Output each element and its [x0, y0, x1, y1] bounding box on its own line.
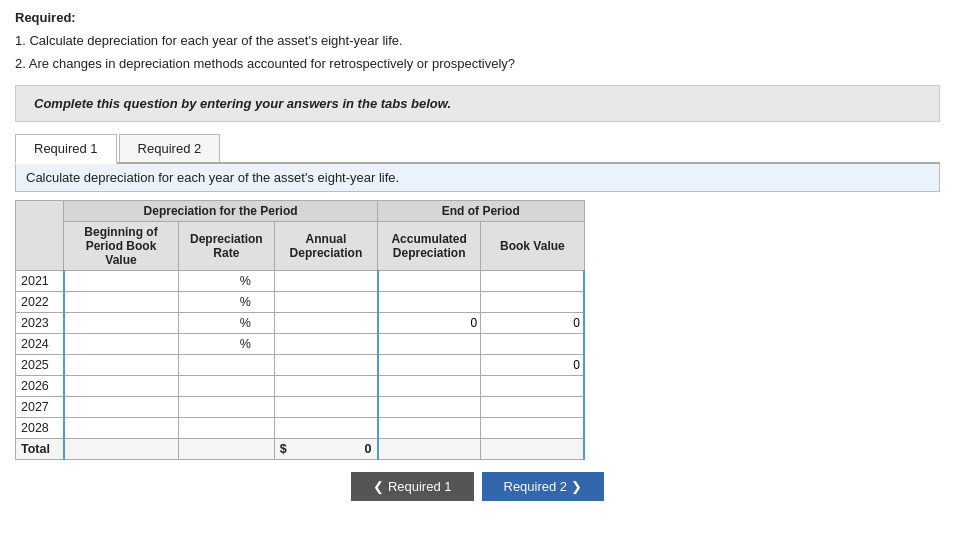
- acc-dep-cell[interactable]: [378, 291, 481, 312]
- year-cell: 2022: [16, 291, 64, 312]
- table-row: 2023%: [16, 312, 585, 333]
- acc-dep-header: AccumulatedDepreciation: [378, 221, 481, 270]
- book-val-cell[interactable]: [481, 396, 584, 417]
- dep-rate-cell[interactable]: %: [178, 312, 274, 333]
- tabs-container: Required 1 Required 2: [15, 134, 940, 164]
- table-row: 2025: [16, 354, 585, 375]
- table-row: 2026: [16, 375, 585, 396]
- book-val-cell[interactable]: [481, 270, 584, 291]
- dep-rate-cell[interactable]: [178, 396, 274, 417]
- ann-dep-cell[interactable]: [274, 375, 377, 396]
- required-items: 1. Calculate depreciation for each year …: [15, 31, 940, 75]
- year-cell: 2021: [16, 270, 64, 291]
- year-cell: 2023: [16, 312, 64, 333]
- end-of-period-header: End of Period: [378, 200, 584, 221]
- acc-dep-cell[interactable]: [378, 375, 481, 396]
- item1: 1. Calculate depreciation for each year …: [15, 31, 940, 52]
- acc-dep-cell[interactable]: [378, 270, 481, 291]
- ann-dep-cell[interactable]: [274, 354, 377, 375]
- tab-content-desc: Calculate depreciation for each year of …: [15, 164, 940, 192]
- table-row: 2024%: [16, 333, 585, 354]
- table-row: 2027: [16, 396, 585, 417]
- book-val-cell[interactable]: [481, 312, 584, 333]
- dep-rate-header: DepreciationRate: [178, 221, 274, 270]
- ann-dep-cell[interactable]: [274, 312, 377, 333]
- ann-dep-cell[interactable]: [274, 291, 377, 312]
- beg-val-cell[interactable]: [64, 312, 179, 333]
- table-row: 2022%: [16, 291, 585, 312]
- acc-dep-cell[interactable]: [378, 312, 481, 333]
- ann-dep-header: AnnualDepreciation: [274, 221, 377, 270]
- beg-val-cell[interactable]: [64, 270, 179, 291]
- beg-val-cell[interactable]: [64, 417, 179, 438]
- ann-dep-cell[interactable]: [274, 417, 377, 438]
- acc-dep-cell[interactable]: [378, 396, 481, 417]
- dep-rate-cell[interactable]: [178, 417, 274, 438]
- beg-val-cell[interactable]: [64, 354, 179, 375]
- depreciation-table: Depreciation for the Period End of Perio…: [15, 200, 585, 460]
- total-row: Total$0: [16, 438, 585, 459]
- beg-val-cell[interactable]: [64, 375, 179, 396]
- dep-rate-cell[interactable]: [178, 354, 274, 375]
- table-row: 2028: [16, 417, 585, 438]
- year-cell: 2027: [16, 396, 64, 417]
- dep-rate-cell[interactable]: %: [178, 333, 274, 354]
- bottom-bar: ❮ Required 1 Required 2 ❯: [15, 472, 940, 501]
- tab-required1[interactable]: Required 1: [15, 134, 117, 164]
- book-val-cell[interactable]: [481, 333, 584, 354]
- book-val-cell[interactable]: [481, 291, 584, 312]
- total-label: Total: [16, 438, 64, 459]
- book-val-cell[interactable]: [481, 417, 584, 438]
- book-val-cell[interactable]: [481, 375, 584, 396]
- ann-dep-cell[interactable]: [274, 396, 377, 417]
- beg-val-cell[interactable]: [64, 333, 179, 354]
- year-cell: 2024: [16, 333, 64, 354]
- book-val-header: Book Value: [481, 221, 584, 270]
- acc-dep-cell[interactable]: [378, 354, 481, 375]
- total-ann-dep: $0: [274, 438, 377, 459]
- table-row: 2021%: [16, 270, 585, 291]
- acc-dep-cell[interactable]: [378, 333, 481, 354]
- empty-header: [16, 200, 64, 270]
- table-wrapper: Depreciation for the Period End of Perio…: [15, 200, 940, 460]
- year-cell: 2025: [16, 354, 64, 375]
- tab-required2[interactable]: Required 2: [119, 134, 221, 162]
- beg-val-header: Beginning ofPeriod BookValue: [64, 221, 179, 270]
- item2: 2. Are changes in depreciation methods a…: [15, 54, 940, 75]
- prev-button[interactable]: ❮ Required 1: [351, 472, 473, 501]
- book-val-cell[interactable]: [481, 354, 584, 375]
- required-header: Required:: [15, 10, 940, 25]
- depreciation-period-header: Depreciation for the Period: [64, 200, 378, 221]
- dep-rate-cell[interactable]: %: [178, 270, 274, 291]
- ann-dep-cell[interactable]: [274, 270, 377, 291]
- complete-box: Complete this question by entering your …: [15, 85, 940, 122]
- acc-dep-cell[interactable]: [378, 417, 481, 438]
- year-cell: 2026: [16, 375, 64, 396]
- dep-rate-cell[interactable]: %: [178, 291, 274, 312]
- year-cell: 2028: [16, 417, 64, 438]
- dep-rate-cell[interactable]: [178, 375, 274, 396]
- ann-dep-cell[interactable]: [274, 333, 377, 354]
- next-button[interactable]: Required 2 ❯: [482, 472, 604, 501]
- beg-val-cell[interactable]: [64, 396, 179, 417]
- beg-val-cell[interactable]: [64, 291, 179, 312]
